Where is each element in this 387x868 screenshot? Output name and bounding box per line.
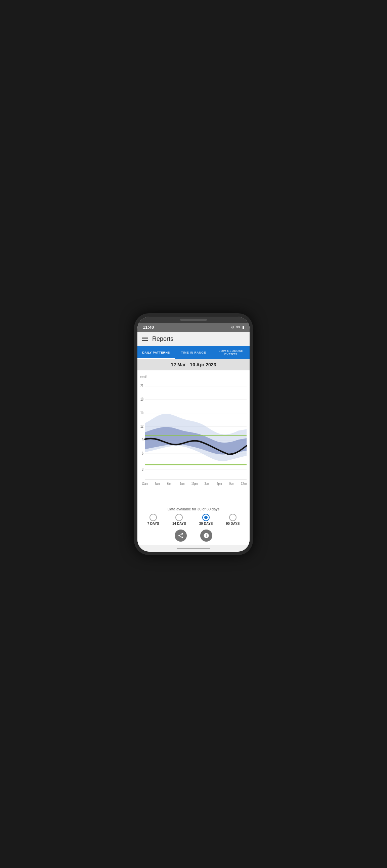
day-label-7: 7 DAYS xyxy=(147,522,159,526)
svg-text:9pm: 9pm xyxy=(230,481,235,486)
day-option-30[interactable]: 30 DAYS xyxy=(199,514,213,526)
day-selector-group: 7 DAYS 14 DAYS 30 DAYS 90 DAYS xyxy=(138,514,249,526)
svg-text:6: 6 xyxy=(142,451,144,455)
svg-text:21: 21 xyxy=(141,383,144,388)
tab-daily-patterns[interactable]: DAILY PATTERNS xyxy=(138,346,175,359)
notch-bar xyxy=(138,317,249,323)
svg-text:3: 3 xyxy=(142,467,144,471)
date-range-text: 12 Mar - 10 Apr 2023 xyxy=(171,362,216,367)
svg-text:12pm: 12pm xyxy=(191,481,198,486)
phone-screen: 11:40 ⊖ ▾▾ ▮ Reports DAILY PATTERNS TIME… xyxy=(138,317,249,552)
tab-bar: DAILY PATTERNS TIME IN RANGE LOW GLUCOSE… xyxy=(138,346,249,359)
svg-text:6am: 6am xyxy=(167,481,172,486)
svg-text:3pm: 3pm xyxy=(205,481,210,486)
chart-container: mmol/L 21 18 15 12 9 6 3 xyxy=(138,370,249,505)
svg-text:15: 15 xyxy=(141,410,144,415)
day-option-90[interactable]: 90 DAYS xyxy=(226,514,240,526)
menu-button[interactable] xyxy=(142,337,148,341)
radio-7-days[interactable] xyxy=(149,514,157,521)
date-range-bar: 12 Mar - 10 Apr 2023 xyxy=(138,359,249,370)
info-button[interactable] xyxy=(200,530,212,541)
data-availability-text: Data available for 30 of 30 days xyxy=(138,507,249,511)
app-header: Reports xyxy=(138,332,249,346)
svg-text:6pm: 6pm xyxy=(217,481,222,486)
home-bar xyxy=(177,548,210,549)
home-indicator xyxy=(138,545,249,552)
chart-svg: mmol/L 21 18 15 12 9 6 3 xyxy=(138,373,248,503)
svg-text:3am: 3am xyxy=(155,481,160,486)
share-button[interactable] xyxy=(175,530,187,541)
svg-text:18: 18 xyxy=(141,397,144,401)
status-bar: 11:40 ⊖ ▾▾ ▮ xyxy=(138,323,249,332)
day-label-90: 90 DAYS xyxy=(226,522,240,526)
day-option-7[interactable]: 7 DAYS xyxy=(147,514,159,526)
y-axis-label: mmol/L xyxy=(141,375,148,379)
day-label-14: 14 DAYS xyxy=(172,522,186,526)
day-option-14[interactable]: 14 DAYS xyxy=(172,514,186,526)
status-time: 11:40 xyxy=(143,325,154,330)
radio-90-days[interactable] xyxy=(229,514,237,521)
battery-icon: ▮ xyxy=(242,325,244,330)
bottom-section: Data available for 30 of 30 days 7 DAYS … xyxy=(138,505,249,545)
do-not-disturb-icon: ⊖ xyxy=(231,325,234,330)
phone-frame: 11:40 ⊖ ▾▾ ▮ Reports DAILY PATTERNS TIME… xyxy=(134,313,253,555)
info-icon xyxy=(203,532,209,538)
svg-text:9: 9 xyxy=(142,437,144,442)
action-bar xyxy=(138,528,249,544)
tab-low-glucose[interactable]: LOW GLUCOSE EVENTS xyxy=(212,346,249,359)
status-icons: ⊖ ▾▾ ▮ xyxy=(231,325,244,330)
tab-time-in-range[interactable]: TIME IN RANGE xyxy=(175,346,212,359)
wifi-icon: ▾▾ xyxy=(236,325,240,330)
radio-30-days[interactable] xyxy=(202,514,210,521)
page-title: Reports xyxy=(152,336,173,342)
radio-14-days[interactable] xyxy=(175,514,183,521)
share-icon xyxy=(178,532,184,538)
notch xyxy=(180,319,207,321)
svg-text:12am: 12am xyxy=(142,481,148,486)
day-label-30: 30 DAYS xyxy=(199,522,213,526)
svg-text:9am: 9am xyxy=(180,481,185,486)
svg-text:12: 12 xyxy=(141,424,144,429)
svg-text:12am: 12am xyxy=(241,481,247,486)
